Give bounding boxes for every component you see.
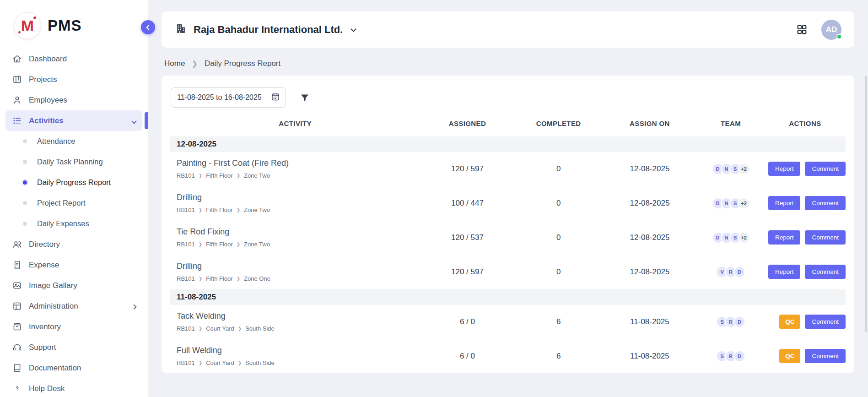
team-overflow-badge[interactable]: +2 — [738, 232, 750, 244]
calendar-icon[interactable] — [271, 92, 280, 103]
sidebar-collapse-button[interactable] — [141, 20, 155, 34]
home-icon — [12, 54, 22, 64]
assign-on-cell: 12-08-2025 — [603, 186, 697, 221]
actions-cell: ReportComment — [765, 152, 846, 186]
sidebar-item-projects[interactable]: Projects — [5, 69, 142, 90]
chevron-right-icon — [132, 302, 136, 311]
sidebar-item-employees[interactable]: Employees — [5, 90, 142, 110]
sidebar: M PMS Dashboard Projects Employees Activ… — [0, 0, 148, 397]
completed-cell: 0 — [515, 152, 603, 186]
sidebar-item-dashboard[interactable]: Dashboard — [5, 49, 142, 69]
activity-row: Tack WeldingRB101❯Court Yard❯South Side6… — [170, 305, 846, 339]
sidebar-item-help-desk[interactable]: Help Desk — [5, 378, 142, 397]
scrollbar-thumb[interactable] — [865, 76, 867, 332]
activity-title: Tack Welding — [177, 311, 416, 321]
page-scrollbar — [864, 0, 867, 397]
action-buttons: QCComment — [768, 349, 846, 363]
book-icon — [12, 363, 22, 373]
comment-button[interactable]: Comment — [805, 162, 846, 176]
user-avatar[interactable]: AD — [821, 20, 841, 40]
report-panel: ACTIVITY ASSIGNED COMPLETED ASSIGN ON TE… — [162, 76, 854, 373]
breadcrumb-home-link[interactable]: Home — [164, 59, 185, 68]
path-segment: Fifth Floor — [206, 207, 233, 213]
apps-grid-button[interactable] — [796, 24, 808, 35]
team-overflow-badge[interactable]: +2 — [738, 163, 750, 175]
col-team: TEAM — [697, 111, 765, 136]
activity-cell: DrillingRB101❯Fifth Floor❯Zone Two — [170, 186, 420, 221]
report-button[interactable]: Report — [768, 230, 801, 245]
col-assigned: ASSIGNED — [420, 111, 515, 136]
completed-cell: 6 — [515, 305, 603, 339]
assign-on-cell: 12-08-2025 — [603, 221, 697, 255]
sidebar-item-label: Help Desk — [29, 384, 65, 393]
activity-cell: Painting - First Coat (Fire Red)RB101❯Fi… — [170, 152, 420, 186]
sidebar-subitem-daily-task-planning[interactable]: Daily Task Planning — [5, 152, 142, 172]
filter-button[interactable] — [300, 92, 310, 103]
receipt-icon — [12, 260, 22, 270]
sidebar-item-label: Inventory — [29, 322, 61, 332]
activity-cell: Full WeldingRB101❯Court Yard❯South Side — [170, 339, 420, 373]
qc-button[interactable]: QC — [779, 315, 800, 329]
sidebar-item-administration[interactable]: Administration — [5, 296, 142, 316]
progress-report-table: ACTIVITY ASSIGNED COMPLETED ASSIGN ON TE… — [170, 111, 846, 373]
activity-location-path: RB101❯Fifth Floor❯Zone One — [177, 275, 416, 282]
sidebar-item-support[interactable]: Support — [5, 337, 142, 358]
comment-button[interactable]: Comment — [805, 265, 846, 279]
sidebar-subitem-label: Attendance — [37, 137, 75, 146]
filters-row — [170, 87, 846, 108]
sidebar-item-label: Expense — [29, 261, 59, 270]
layout-icon — [12, 301, 22, 311]
sidebar-item-label: Activities — [29, 116, 64, 125]
comment-button[interactable]: Comment — [805, 196, 846, 210]
company-selector[interactable]: Raja Bahadur International Ltd. — [175, 23, 356, 36]
col-completed: COMPLETED — [515, 111, 603, 136]
sidebar-subitem-daily-progress-report[interactable]: Daily Progress Report — [5, 172, 142, 193]
chevron-right-icon: ❯ — [237, 276, 240, 281]
path-segment: Fifth Floor — [206, 275, 233, 282]
path-segment: Zone One — [244, 275, 270, 282]
date-group-label: 12-08-2025 — [170, 136, 846, 152]
chevron-right-icon: ❯ — [238, 360, 242, 365]
comment-button[interactable]: Comment — [805, 230, 846, 245]
date-range-picker[interactable] — [171, 87, 286, 108]
team-overflow-badge[interactable]: +2 — [738, 197, 750, 209]
sidebar-subitem-project-report[interactable]: Project Report — [5, 193, 142, 213]
sidebar-item-label: Support — [29, 343, 56, 352]
sidebar-item-activities[interactable]: Activities — [5, 110, 142, 131]
sidebar-subitem-label: Daily Progress Report — [37, 178, 111, 187]
path-segment: Zone Two — [244, 172, 270, 179]
path-segment: RB101 — [177, 275, 195, 282]
assigned-cell: 120 / 597 — [420, 255, 515, 289]
action-buttons: ReportComment — [768, 265, 846, 279]
assigned-cell: 100 / 447 — [420, 186, 515, 221]
sidebar-subitem-daily-expenses[interactable]: Daily Expenses — [5, 213, 142, 234]
sidebar-item-inventory[interactable]: Inventory — [5, 316, 142, 337]
sidebar-item-directory[interactable]: Directory — [5, 234, 142, 255]
sidebar-item-label: Documentation — [29, 364, 81, 373]
sidebar-item-image-gallery[interactable]: Image Gallary — [5, 275, 142, 296]
sidebar-item-documentation[interactable]: Documentation — [5, 358, 142, 378]
date-range-input[interactable] — [177, 93, 267, 102]
comment-button[interactable]: Comment — [805, 349, 846, 363]
assign-on-cell: 12-08-2025 — [603, 152, 697, 186]
report-button[interactable]: Report — [768, 162, 801, 176]
activity-location-path: RB101❯Court Yard❯South Side — [177, 325, 416, 332]
qc-button[interactable]: QC — [779, 349, 800, 363]
projects-icon — [12, 75, 22, 85]
report-button[interactable]: Report — [768, 196, 801, 210]
report-button[interactable]: Report — [768, 265, 801, 279]
path-segment: RB101 — [177, 359, 195, 366]
sidebar-subitem-attendance[interactable]: Attendance — [5, 131, 142, 152]
person-icon — [12, 95, 22, 105]
chevron-right-icon: ❯ — [238, 326, 242, 331]
sidebar-item-expense[interactable]: Expense — [5, 255, 142, 275]
comment-button[interactable]: Comment — [805, 315, 846, 329]
completed-cell: 0 — [515, 186, 603, 221]
bullet-icon — [23, 139, 27, 143]
activity-title: Drilling — [177, 261, 416, 271]
completed-cell: 0 — [515, 221, 603, 255]
activity-location-path: RB101❯Fifth Floor❯Zone Two — [177, 172, 416, 179]
headset-icon — [12, 343, 22, 353]
path-segment: Court Yard — [206, 359, 234, 366]
list-icon — [12, 116, 22, 126]
